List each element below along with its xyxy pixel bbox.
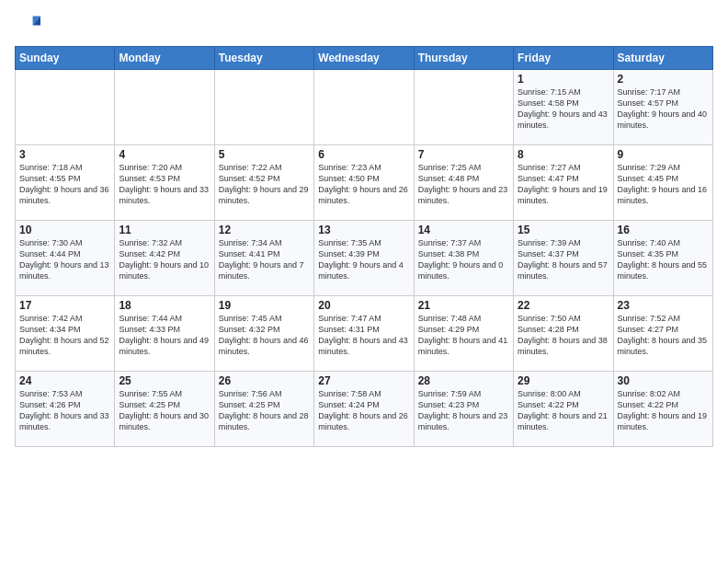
calendar-cell: 29 Sunrise: 8:00 AMSunset: 4:22 PMDaylig…	[514, 372, 613, 447]
day-number: 2	[618, 73, 709, 86]
cell-info: Sunrise: 7:39 AMSunset: 4:37 PMDaylight:…	[518, 237, 609, 282]
calendar-cell: 11 Sunrise: 7:32 AMSunset: 4:42 PMDaylig…	[115, 221, 214, 296]
day-number: 5	[219, 148, 310, 161]
calendar-cell: 18 Sunrise: 7:44 AMSunset: 4:33 PMDaylig…	[115, 296, 214, 372]
cell-info: Sunrise: 8:02 AMSunset: 4:22 PMDaylight:…	[618, 388, 709, 433]
day-number: 27	[318, 374, 409, 387]
cell-info: Sunrise: 7:32 AMSunset: 4:42 PMDaylight:…	[119, 237, 210, 282]
day-header-saturday: Saturday	[613, 47, 712, 70]
calendar-cell: 5 Sunrise: 7:22 AMSunset: 4:52 PMDayligh…	[214, 145, 313, 221]
day-number: 21	[418, 299, 509, 312]
day-number: 10	[19, 224, 110, 236]
week-row-3: 17 Sunrise: 7:42 AMSunset: 4:34 PMDaylig…	[16, 296, 713, 372]
cell-info: Sunrise: 8:00 AMSunset: 4:22 PMDaylight:…	[518, 388, 609, 433]
week-row-0: 1 Sunrise: 7:15 AMSunset: 4:58 PMDayligh…	[16, 70, 713, 145]
cell-info: Sunrise: 7:15 AMSunset: 4:58 PMDaylight:…	[518, 86, 609, 132]
day-number: 1	[518, 73, 609, 86]
cell-info: Sunrise: 7:18 AMSunset: 4:55 PMDaylight:…	[19, 162, 110, 207]
cell-info: Sunrise: 7:45 AMSunset: 4:32 PMDaylight:…	[219, 313, 310, 358]
calendar-cell: 13 Sunrise: 7:35 AMSunset: 4:39 PMDaylig…	[314, 221, 414, 296]
day-number: 20	[318, 299, 409, 312]
cell-info: Sunrise: 7:40 AMSunset: 4:35 PMDaylight:…	[618, 237, 709, 282]
calendar-cell: 8 Sunrise: 7:27 AMSunset: 4:47 PMDayligh…	[514, 145, 613, 221]
day-number: 8	[518, 148, 609, 161]
cell-info: Sunrise: 7:59 AMSunset: 4:23 PMDaylight:…	[418, 388, 509, 433]
cell-info: Sunrise: 7:56 AMSunset: 4:25 PMDaylight:…	[219, 388, 310, 433]
day-number: 23	[618, 299, 709, 312]
cell-info: Sunrise: 7:48 AMSunset: 4:29 PMDaylight:…	[418, 313, 509, 358]
day-number: 19	[219, 299, 310, 312]
cell-info: Sunrise: 7:55 AMSunset: 4:25 PMDaylight:…	[119, 388, 210, 433]
calendar-cell: 21 Sunrise: 7:48 AMSunset: 4:29 PMDaylig…	[414, 296, 513, 372]
page: SundayMondayTuesdayWednesdayThursdayFrid…	[0, 0, 728, 563]
day-number: 16	[618, 224, 709, 236]
calendar-cell: 16 Sunrise: 7:40 AMSunset: 4:35 PMDaylig…	[613, 221, 712, 296]
day-header-tuesday: Tuesday	[214, 47, 313, 70]
calendar-cell: 14 Sunrise: 7:37 AMSunset: 4:38 PMDaylig…	[414, 221, 513, 296]
calendar-cell: 25 Sunrise: 7:55 AMSunset: 4:25 PMDaylig…	[115, 372, 214, 447]
calendar-cell: 6 Sunrise: 7:23 AMSunset: 4:50 PMDayligh…	[314, 145, 414, 221]
cell-info: Sunrise: 7:23 AMSunset: 4:50 PMDaylight:…	[318, 162, 409, 207]
calendar-table: SundayMondayTuesdayWednesdayThursdayFrid…	[15, 46, 713, 447]
cell-info: Sunrise: 7:35 AMSunset: 4:39 PMDaylight:…	[318, 237, 409, 282]
calendar-cell: 24 Sunrise: 7:53 AMSunset: 4:26 PMDaylig…	[16, 372, 115, 447]
cell-info: Sunrise: 7:22 AMSunset: 4:52 PMDaylight:…	[219, 162, 310, 207]
calendar-cell: 23 Sunrise: 7:52 AMSunset: 4:27 PMDaylig…	[613, 296, 712, 372]
header	[15, 11, 713, 37]
day-number: 28	[418, 374, 509, 387]
calendar-cell: 30 Sunrise: 8:02 AMSunset: 4:22 PMDaylig…	[613, 372, 712, 447]
week-row-1: 3 Sunrise: 7:18 AMSunset: 4:55 PMDayligh…	[16, 145, 713, 221]
day-number: 11	[119, 224, 210, 236]
cell-info: Sunrise: 7:44 AMSunset: 4:33 PMDaylight:…	[119, 313, 210, 358]
cell-info: Sunrise: 7:29 AMSunset: 4:45 PMDaylight:…	[618, 162, 709, 207]
calendar-cell	[16, 70, 115, 145]
day-header-monday: Monday	[115, 47, 214, 70]
day-header-wednesday: Wednesday	[314, 47, 414, 70]
day-number: 30	[618, 374, 709, 387]
week-row-4: 24 Sunrise: 7:53 AMSunset: 4:26 PMDaylig…	[16, 372, 713, 447]
calendar-cell: 20 Sunrise: 7:47 AMSunset: 4:31 PMDaylig…	[314, 296, 414, 372]
cell-info: Sunrise: 7:52 AMSunset: 4:27 PMDaylight:…	[618, 313, 709, 358]
logo	[15, 11, 44, 37]
cell-info: Sunrise: 7:20 AMSunset: 4:53 PMDaylight:…	[119, 162, 210, 207]
calendar-cell	[414, 70, 513, 145]
day-number: 17	[19, 299, 110, 312]
calendar-cell	[214, 70, 313, 145]
calendar-cell: 19 Sunrise: 7:45 AMSunset: 4:32 PMDaylig…	[214, 296, 313, 372]
day-number: 13	[318, 224, 409, 236]
day-number: 14	[418, 224, 509, 236]
day-number: 24	[19, 374, 110, 387]
day-number: 22	[518, 299, 609, 312]
calendar-cell: 7 Sunrise: 7:25 AMSunset: 4:48 PMDayligh…	[414, 145, 513, 221]
day-number: 15	[518, 224, 609, 236]
calendar-cell: 28 Sunrise: 7:59 AMSunset: 4:23 PMDaylig…	[414, 372, 513, 447]
calendar-cell: 3 Sunrise: 7:18 AMSunset: 4:55 PMDayligh…	[16, 145, 115, 221]
day-header-thursday: Thursday	[414, 47, 513, 70]
calendar-cell: 1 Sunrise: 7:15 AMSunset: 4:58 PMDayligh…	[514, 70, 613, 145]
cell-info: Sunrise: 7:30 AMSunset: 4:44 PMDaylight:…	[19, 237, 110, 282]
calendar-cell: 26 Sunrise: 7:56 AMSunset: 4:25 PMDaylig…	[214, 372, 313, 447]
day-number: 6	[318, 148, 409, 161]
calendar-cell: 12 Sunrise: 7:34 AMSunset: 4:41 PMDaylig…	[214, 221, 313, 296]
cell-info: Sunrise: 7:27 AMSunset: 4:47 PMDaylight:…	[518, 162, 609, 207]
cell-info: Sunrise: 7:50 AMSunset: 4:28 PMDaylight:…	[518, 313, 609, 358]
calendar-cell: 17 Sunrise: 7:42 AMSunset: 4:34 PMDaylig…	[16, 296, 115, 372]
day-number: 25	[119, 374, 210, 387]
day-number: 3	[19, 148, 110, 161]
calendar-cell: 15 Sunrise: 7:39 AMSunset: 4:37 PMDaylig…	[514, 221, 613, 296]
calendar-cell: 4 Sunrise: 7:20 AMSunset: 4:53 PMDayligh…	[115, 145, 214, 221]
day-number: 29	[518, 374, 609, 387]
day-number: 12	[219, 224, 310, 236]
calendar-cell	[115, 70, 214, 145]
calendar-cell	[314, 70, 414, 145]
day-number: 9	[618, 148, 709, 161]
calendar-cell: 10 Sunrise: 7:30 AMSunset: 4:44 PMDaylig…	[16, 221, 115, 296]
day-number: 18	[119, 299, 210, 312]
cell-info: Sunrise: 7:42 AMSunset: 4:34 PMDaylight:…	[19, 313, 110, 358]
calendar-cell: 27 Sunrise: 7:58 AMSunset: 4:24 PMDaylig…	[314, 372, 414, 447]
cell-info: Sunrise: 7:34 AMSunset: 4:41 PMDaylight:…	[219, 237, 310, 282]
logo-icon	[15, 11, 40, 37]
day-number: 7	[418, 148, 509, 161]
cell-info: Sunrise: 7:37 AMSunset: 4:38 PMDaylight:…	[418, 237, 509, 282]
week-row-2: 10 Sunrise: 7:30 AMSunset: 4:44 PMDaylig…	[16, 221, 713, 296]
